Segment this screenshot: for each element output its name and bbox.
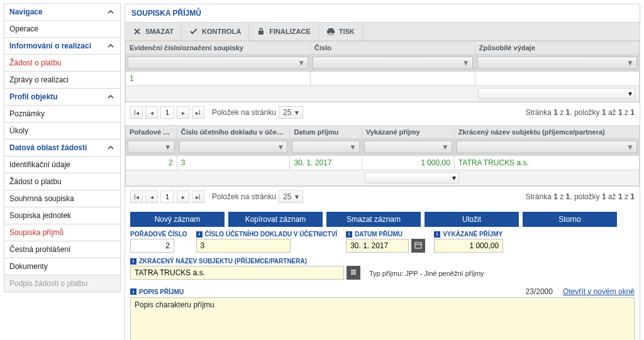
kopirovat-zaznam-button[interactable]: Kopírovat záznam <box>228 212 323 227</box>
toolbar-finalizace[interactable]: FINALIZACE <box>249 23 318 40</box>
nav-item-soupiska-prijmu[interactable]: Soupiska příjmů <box>4 224 121 241</box>
open-new-window-link[interactable]: Otevřít v novém okně <box>563 287 635 296</box>
toolbar-label: KONTROLA <box>202 28 241 35</box>
nav-section-profil-objektu[interactable]: Profil objektu <box>4 88 121 106</box>
pager-last[interactable]: ▸I <box>192 106 204 119</box>
grid2-header-datum[interactable]: Datum příjmu <box>290 126 362 139</box>
nav-item-zadost-o-platbu-2[interactable]: Žádost o platbu <box>4 173 121 190</box>
panel-title: SOUPISKA PŘÍJMŮ <box>125 4 640 23</box>
cislo-dokladu-input[interactable] <box>196 239 291 253</box>
grid2-aggregate-select[interactable]: ▾ <box>365 172 459 184</box>
pager-first[interactable]: I◂ <box>130 106 143 119</box>
grid2-filter-1[interactable]: ▼ <box>179 141 288 153</box>
popis-char-count: 23/2000 <box>526 287 553 296</box>
calendar-button[interactable] <box>411 239 425 253</box>
storno-button[interactable]: Storno <box>523 212 617 227</box>
grid2-cell-poradove[interactable]: 2 <box>126 156 177 170</box>
nav-label: Soupiska příjmů <box>9 228 64 237</box>
poradove-cislo-label: POŘADOVÉ ČÍSLO <box>130 231 187 238</box>
grid1-header-cislo[interactable]: Číslo <box>311 41 475 55</box>
popis-prijmu-textarea[interactable]: Popis charakteru příjmu <box>130 297 635 340</box>
grid2-filter-2[interactable]: ▼ <box>292 141 359 153</box>
pager-prev[interactable]: ◂ <box>145 106 158 119</box>
grid2-cell-datum[interactable]: 30. 1. 2017 <box>290 156 362 170</box>
svg-rect-3 <box>329 33 333 35</box>
grid2-cell-cislo-dokladu[interactable]: 3 <box>177 156 290 170</box>
nav-section-datova-oblast[interactable]: Datová oblast žádosti <box>4 139 121 156</box>
nav-label: Souhrnná soupiska <box>9 194 74 203</box>
toolbar-tisk[interactable]: TISK <box>319 23 363 40</box>
nav-item-cestna-prohlaseni[interactable]: Čestná prohlášení <box>4 241 121 258</box>
poradove-cislo-input[interactable] <box>130 239 174 253</box>
nav-item-ukoly[interactable]: Úkoly <box>4 122 121 140</box>
datum-prijmu-input[interactable] <box>346 239 409 253</box>
grid2-cell-vykazane[interactable]: 1 000,00 <box>362 156 454 170</box>
chevron-up-icon <box>106 41 115 50</box>
grid2-cell-subjekt[interactable]: TATRA TRUCKS a.s. <box>454 156 639 170</box>
nav-item-zpravy-o-realizaci[interactable]: Zprávy o realizaci <box>4 71 121 89</box>
grid1-filter-0[interactable]: ▼ <box>128 57 308 69</box>
subjekt-input[interactable] <box>130 266 344 280</box>
info-icon: i <box>346 231 352 238</box>
pager-next[interactable]: ▸ <box>177 106 189 119</box>
grid-soupisky: Evidenční číslo/označení soupisky Číslo … <box>125 41 640 102</box>
funnel-icon: ▼ <box>441 143 449 151</box>
nav-item-zadost-o-platbu[interactable]: Žádost o platbu <box>4 54 121 72</box>
pager-size-select[interactable]: 25▾ <box>279 190 303 203</box>
subjekt-lookup-button[interactable] <box>347 266 360 280</box>
grid1-header-evidencni[interactable]: Evidenční číslo/označení soupisky <box>126 41 311 55</box>
ulozit-button[interactable]: Uložit <box>425 212 519 227</box>
nav-item-dokumenty[interactable]: Dokumenty <box>4 258 121 275</box>
funnel-icon: ▼ <box>277 143 285 151</box>
grid2-filter-3[interactable]: ▼ <box>364 141 452 153</box>
grid2-filter-4[interactable]: ▼ <box>457 141 637 153</box>
nav-section-label: Informování o realizaci <box>9 41 91 50</box>
pager-last[interactable]: ▸I <box>192 190 204 203</box>
nav-item-soupiska-jednotek[interactable]: Soupiska jednotek <box>4 207 121 224</box>
grid1-filter-2[interactable]: ▼ <box>477 57 637 69</box>
novy-zaznam-button[interactable]: Nový záznam <box>130 212 225 227</box>
grid2-filter-0[interactable]: ▼ <box>128 141 175 153</box>
grid1-header-zpusobile[interactable]: Způsobilé výdaje <box>475 41 639 55</box>
nav-section-navigace[interactable]: Navigace <box>4 3 121 21</box>
nav-section-label: Datová oblast žádosti <box>9 143 87 152</box>
nav-item-poznamky[interactable]: Poznámky <box>4 105 121 123</box>
grid2-header-vykazane[interactable]: Vykázané příjmy <box>362 126 454 139</box>
info-icon: i <box>130 288 136 295</box>
nav-item-identifikacni-udaje[interactable]: Identifikační údaje <box>4 156 121 173</box>
grid1-cell-evidencni[interactable]: 1 <box>126 72 311 86</box>
calendar-icon <box>414 241 422 251</box>
nav-label: Zprávy o realizaci <box>9 75 69 84</box>
nav-label: Dokumenty <box>9 262 48 271</box>
delete-icon <box>133 27 142 36</box>
pager-page-input[interactable] <box>160 190 174 203</box>
nav-item-souhrnna-soupiska[interactable]: Souhrnná soupiska <box>4 190 121 207</box>
nav-section-label: Profil objektu <box>9 92 58 101</box>
svg-rect-0 <box>258 31 264 35</box>
pager-prev[interactable]: ◂ <box>145 190 158 203</box>
nav-item-operace[interactable]: Operace <box>4 20 121 38</box>
nav-section-informovani[interactable]: Informování o realizaci <box>4 37 121 55</box>
svg-rect-1 <box>328 28 333 30</box>
grid1-aggregate-select[interactable]: ▾ <box>478 88 635 99</box>
toolbar-kontrola[interactable]: KONTROLA <box>182 23 249 40</box>
grid-prijmy: Pořadové číslo Číslo účetního dokladu v … <box>125 125 640 186</box>
grid1-filter-1[interactable]: ▼ <box>313 57 472 69</box>
smazat-zaznam-button[interactable]: Smazat záznam <box>326 212 421 227</box>
svg-rect-4 <box>415 243 421 248</box>
pager-page-input[interactable] <box>160 106 174 119</box>
vykazane-prijmy-input[interactable] <box>434 239 503 253</box>
pager-items-label: Položek na stránku <box>212 192 276 201</box>
subjekt-label: iZKRÁCENÝ NÁZEV SUBJEKTU (PŘÍJEMCE/PARTN… <box>130 258 360 265</box>
pager-info: Stránka 1 z 1, položky 1 až 1 z 1 <box>525 108 635 117</box>
grid1-cell-zpusobile[interactable] <box>475 72 639 86</box>
grid1-cell-cislo[interactable] <box>311 72 475 86</box>
toolbar-smazat[interactable]: SMAZAT <box>125 23 182 40</box>
pager-first[interactable]: I◂ <box>130 190 143 203</box>
pager-next[interactable]: ▸ <box>177 190 189 203</box>
grid2-header-poradove[interactable]: Pořadové číslo <box>126 126 177 139</box>
chevron-up-icon <box>106 8 115 16</box>
grid2-header-cislo-dokladu[interactable]: Číslo účetního dokladu v účetnictví <box>177 126 290 139</box>
grid2-header-subjekt[interactable]: Zkrácený název subjektu (příjemce/partne… <box>454 126 639 139</box>
pager-size-select[interactable]: 25▾ <box>279 106 303 119</box>
